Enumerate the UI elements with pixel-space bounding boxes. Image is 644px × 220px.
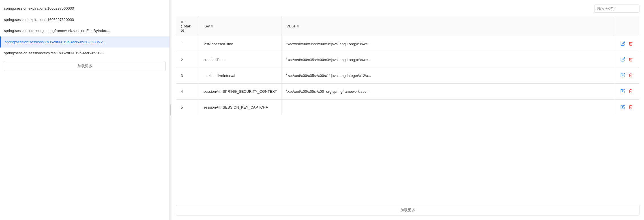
search-input[interactable] bbox=[594, 5, 639, 13]
table-row: 5sessionAttr:SESSION_KEY_CAPTCHA bbox=[176, 100, 639, 115]
session-list-panel: spring:session:expirations:1606297560000… bbox=[0, 0, 170, 220]
load-more-right-button[interactable]: 加载更多 bbox=[176, 205, 639, 215]
cell-id: 3 bbox=[176, 68, 199, 84]
session-list-item[interactable]: spring:session:sessions:expires:1b052df3… bbox=[0, 48, 169, 59]
cell-key: sessionAttr:SESSION_KEY_CAPTCHA bbox=[199, 100, 282, 115]
table-row: 3maxInactiveInterval\xac\xed\x00\x05sr\x… bbox=[176, 68, 639, 84]
cell-key: sessionAttr:SPRING_SECURITY_CONTEXT bbox=[199, 84, 282, 100]
cell-key: creationTime bbox=[199, 52, 282, 68]
cell-actions bbox=[614, 52, 639, 68]
cell-value: \xac\xed\x00\x05sr\x00\x11java.lang.Inte… bbox=[282, 68, 614, 84]
edit-row-button[interactable] bbox=[619, 103, 627, 111]
edit-row-button[interactable] bbox=[619, 72, 627, 79]
table-row: 2creationTime\xac\xed\x00\x05sr\x00\x0ej… bbox=[176, 52, 639, 68]
delete-row-button[interactable] bbox=[627, 88, 635, 95]
data-table-panel: ID (Total: 5)Key⇅Value⇅ 1lastAccessedTim… bbox=[171, 0, 644, 220]
sort-icon-col-key[interactable]: ⇅ bbox=[211, 25, 213, 28]
cell-actions bbox=[614, 36, 639, 52]
load-more-bottom-container: 加载更多 bbox=[176, 205, 639, 215]
cell-actions bbox=[614, 84, 639, 100]
cell-value bbox=[282, 100, 614, 115]
load-more-left-button[interactable]: 加载更多 bbox=[4, 61, 166, 71]
cell-id: 2 bbox=[176, 52, 199, 68]
cell-id: 5 bbox=[176, 100, 199, 115]
table-col-header-col-value[interactable]: Value⇅ bbox=[282, 16, 614, 36]
session-list-item[interactable]: spring:session:expirations:1606297560000 bbox=[0, 3, 169, 14]
search-area bbox=[176, 5, 639, 13]
cell-id: 4 bbox=[176, 84, 199, 100]
delete-row-button[interactable] bbox=[627, 72, 635, 79]
cell-key: maxInactiveInterval bbox=[199, 68, 282, 84]
session-list-item[interactable]: spring:session:index:org.springframework… bbox=[0, 25, 169, 36]
table-row: 1lastAccessedTime\xac\xed\x00\x05sr\x00\… bbox=[176, 36, 639, 52]
cell-key: lastAccessedTime bbox=[199, 36, 282, 52]
session-list-item[interactable]: spring:session:expirations:1606297620000 bbox=[0, 14, 169, 25]
table-wrapper: ID (Total: 5)Key⇅Value⇅ 1lastAccessedTim… bbox=[176, 16, 639, 201]
edit-row-button[interactable] bbox=[619, 56, 627, 64]
table-body: 1lastAccessedTime\xac\xed\x00\x05sr\x00\… bbox=[176, 36, 639, 115]
delete-row-button[interactable] bbox=[627, 56, 635, 64]
cell-id: 1 bbox=[176, 36, 199, 52]
table-header: ID (Total: 5)Key⇅Value⇅ bbox=[176, 16, 639, 36]
cell-value: \xac\xed\x00\x05sr\x00=org.springframewo… bbox=[282, 84, 614, 100]
delete-row-button[interactable] bbox=[627, 40, 635, 48]
session-list-item[interactable]: spring:session:sessions:1b052df3-019b-4a… bbox=[0, 36, 169, 48]
table-col-header-col-id: ID (Total: 5) bbox=[176, 16, 199, 36]
edit-row-button[interactable] bbox=[619, 40, 627, 48]
hash-data-table: ID (Total: 5)Key⇅Value⇅ 1lastAccessedTim… bbox=[176, 16, 639, 115]
delete-row-button[interactable] bbox=[627, 103, 635, 111]
cell-value: \xac\xed\x00\x05sr\x00\x0ejava.lang.Long… bbox=[282, 52, 614, 68]
cell-value: \xac\xed\x00\x05sr\x00\x0ejava.lang.Long… bbox=[282, 36, 614, 52]
table-col-header-col-action bbox=[614, 16, 639, 36]
edit-row-button[interactable] bbox=[619, 88, 627, 95]
cell-actions bbox=[614, 100, 639, 115]
table-col-header-col-key[interactable]: Key⇅ bbox=[199, 16, 282, 36]
sort-icon-col-value[interactable]: ⇅ bbox=[297, 25, 299, 28]
divider-handle bbox=[170, 104, 171, 116]
table-row: 4sessionAttr:SPRING_SECURITY_CONTEXT\xac… bbox=[176, 84, 639, 100]
cell-actions bbox=[614, 68, 639, 84]
